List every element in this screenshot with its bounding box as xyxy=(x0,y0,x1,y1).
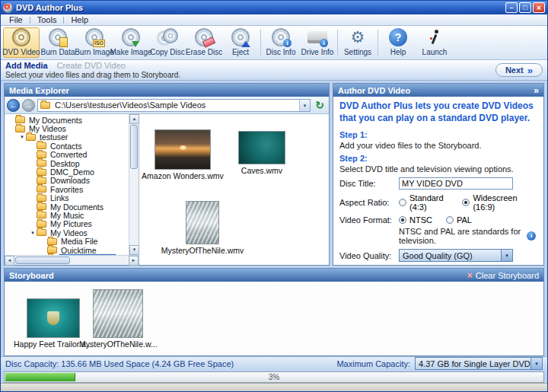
scrollbar-thumb[interactable] xyxy=(15,257,70,264)
maximize-button[interactable] xyxy=(519,2,531,13)
media-explorer-title: Media Explorer xyxy=(9,86,69,95)
title-bar[interactable]: DVD Author Plus xyxy=(1,1,547,14)
eject-icon xyxy=(230,28,251,47)
menu-item-file[interactable]: File xyxy=(2,15,30,24)
tree-item-desktop[interactable]: Desktop xyxy=(5,159,129,167)
step1-text: Add your video files to the Storyboard. xyxy=(339,141,537,150)
step1-label: Step 1: xyxy=(339,130,537,139)
folder-icon xyxy=(37,142,46,149)
storyboard-title: Storyboard xyxy=(9,271,54,280)
scrollbar-track[interactable] xyxy=(71,256,129,265)
launch-button[interactable]: Launch xyxy=(416,27,453,58)
tree-item-my-music[interactable]: My Music xyxy=(5,211,129,219)
video-format-options: NTSCPAL xyxy=(399,215,537,225)
tool-label: Erase Disc xyxy=(186,48,222,56)
tree-item-dmc-demo[interactable]: DMC_Demo xyxy=(5,167,129,176)
aspect-ratio-option-widescreen-16-9[interactable]: Widescreen (16:9) xyxy=(462,193,524,212)
video-format-option-ntsc[interactable]: NTSC xyxy=(399,215,432,225)
menu-item-tools[interactable]: Tools xyxy=(30,15,64,24)
address-dropdown-button[interactable] xyxy=(299,100,310,111)
tool-label: Burn Image xyxy=(75,48,114,56)
aspect-ratio-label: Aspect Ratio: xyxy=(339,198,399,207)
author-panel-header: Author DVD Video » xyxy=(333,84,543,97)
file-item[interactable]: Caves.wmv xyxy=(220,131,304,175)
tree-item-label: Media File xyxy=(59,237,99,246)
format-note: NTSC and PAL are standards for televisio… xyxy=(399,227,527,245)
tree-item-downloads[interactable]: Downloads xyxy=(5,177,129,185)
tool-label: Drive Info xyxy=(301,48,334,56)
scrollbar-track[interactable] xyxy=(129,170,139,245)
video-format-option-pal[interactable]: PAL xyxy=(446,215,472,225)
burn-data-button[interactable]: Burn Data xyxy=(40,27,76,58)
max-capacity-value: 4.37 GB for Single Layer DVD xyxy=(416,359,530,368)
tree-item-my-documents[interactable]: My Documents xyxy=(5,116,129,124)
tree-item-my-documents[interactable]: My Documents xyxy=(5,202,129,211)
scroll-up-button[interactable] xyxy=(129,114,139,124)
forward-button[interactable] xyxy=(22,99,35,112)
eject-button[interactable]: Eject xyxy=(222,27,259,58)
dropdown-arrow-icon[interactable] xyxy=(530,358,542,369)
tree-item-media-file[interactable]: Media File xyxy=(5,237,129,245)
make-image-icon xyxy=(120,28,142,47)
disc-info-button[interactable]: Disc Info xyxy=(263,27,299,58)
tool-label: Copy Disc xyxy=(150,48,185,56)
scrollbar-thumb[interactable] xyxy=(130,125,138,169)
file-item[interactable]: MysteryOfTheNile.wmv xyxy=(153,201,252,255)
video-thumbnail xyxy=(238,131,285,164)
max-capacity-dropdown[interactable]: 4.37 GB for Single Layer DVD xyxy=(415,357,543,370)
tree-item-my-pictures[interactable]: My Pictures xyxy=(5,220,129,228)
step2-text: Select DVD title and television viewing … xyxy=(339,164,537,174)
folder-icon xyxy=(47,247,57,253)
collapse-arrow-icon[interactable]: ▾ xyxy=(18,134,26,140)
folder-tree: My DocumentsMy Videos▾testuserContactsCo… xyxy=(5,114,129,255)
dvd-video-button[interactable]: DVD Video xyxy=(3,27,40,58)
tree-item-contacts[interactable]: Contacts xyxy=(5,142,129,150)
tree-item-my-videos[interactable]: My Videos xyxy=(5,124,129,132)
next-button[interactable]: Next xyxy=(495,63,543,77)
tree-item-converted[interactable]: Converted xyxy=(5,151,129,159)
tree-item-links[interactable]: Links xyxy=(5,194,129,202)
drive-info-button[interactable]: Drive Info xyxy=(299,27,336,58)
erase-disc-button[interactable]: Erase Disc xyxy=(186,27,222,58)
tree-item-label: DMC_Demo xyxy=(49,167,96,177)
capacity-progress-bar: 3% xyxy=(4,371,544,383)
scroll-down-button[interactable] xyxy=(129,245,139,255)
info-icon[interactable] xyxy=(527,231,536,241)
tree-item-testuser[interactable]: ▾testuser xyxy=(5,133,129,142)
copy-disc-icon xyxy=(157,28,178,47)
tree-item-my-videos[interactable]: ▾My Videos xyxy=(5,228,129,237)
tree-item-label: Favorites xyxy=(49,185,84,194)
video-quality-value: Good Quality (GQ) xyxy=(400,251,501,260)
dropdown-arrow-icon[interactable] xyxy=(501,250,512,261)
storyboard-item[interactable]: MysteryOfTheNile.w... xyxy=(79,289,158,349)
burn-image-button[interactable]: Burn Image xyxy=(76,27,113,58)
aspect-ratio-option-standard-4-3[interactable]: Standard (4:3) xyxy=(399,193,448,212)
help-button[interactable]: Help xyxy=(380,27,416,58)
author-panel-body: DVD Author Plus lets you create DVD Vide… xyxy=(333,97,543,265)
make-image-button[interactable]: Make Image xyxy=(113,27,149,58)
radio-checked-icon xyxy=(462,199,470,206)
tree-item-quicktime[interactable]: Quicktime xyxy=(5,246,129,254)
minimize-button[interactable] xyxy=(505,2,518,13)
copy-disc-button[interactable]: Copy Disc xyxy=(149,27,186,58)
disc-title-input[interactable] xyxy=(399,177,513,190)
back-button[interactable] xyxy=(7,99,20,112)
video-quality-dropdown[interactable]: Good Quality (GQ) xyxy=(399,249,513,262)
clear-storyboard-button[interactable]: Clear Storyboard xyxy=(467,270,539,281)
aspect-ratio-options: Standard (4:3)Widescreen (16:9) xyxy=(399,193,537,212)
collapse-arrow-icon[interactable]: ▾ xyxy=(29,230,37,236)
file-item[interactable]: Amazon Wonders.wmv xyxy=(141,129,225,180)
settings-button[interactable]: Settings xyxy=(339,27,376,58)
menu-item-help[interactable]: Help xyxy=(64,15,95,24)
address-bar[interactable]: C:\Users\testuser\Videos\Sample Videos xyxy=(37,99,311,112)
scroll-right-button[interactable] xyxy=(129,256,139,266)
close-button[interactable] xyxy=(533,2,545,13)
explorer-body: My DocumentsMy Videos▾testuserContactsCo… xyxy=(5,114,329,265)
disc-capacity-text: Disc Capacity: 135.66 MB Used Space (4.2… xyxy=(5,359,332,368)
tree-horizontal-scrollbar[interactable] xyxy=(5,255,139,265)
tree-vertical-scrollbar[interactable] xyxy=(129,114,139,255)
collapse-panel-button[interactable]: » xyxy=(534,85,539,96)
scroll-left-button[interactable] xyxy=(5,256,14,266)
refresh-button[interactable] xyxy=(313,99,327,112)
tree-item-favorites[interactable]: Favorites xyxy=(5,185,129,193)
